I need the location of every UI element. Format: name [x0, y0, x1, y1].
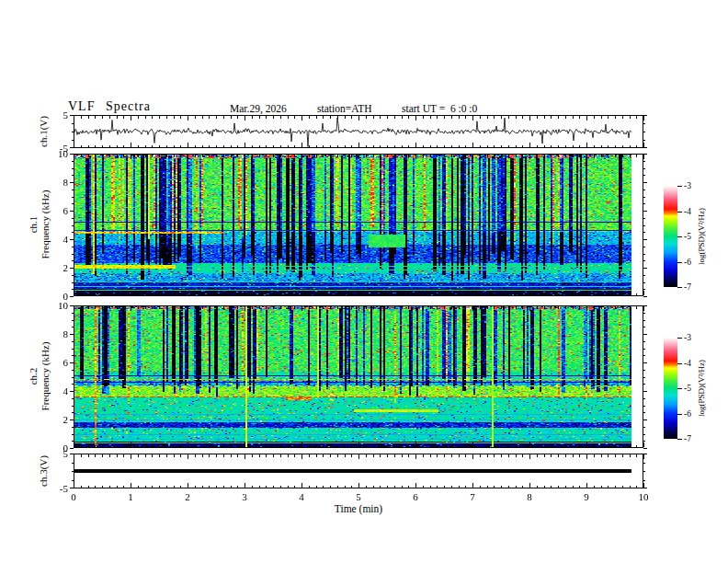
x-tick — [415, 306, 416, 311]
x-tick — [579, 116, 580, 119]
x-tick — [266, 454, 267, 457]
y-tick — [70, 488, 74, 488]
x-tick — [266, 116, 267, 119]
x-tick — [166, 116, 167, 119]
x-tick — [579, 155, 580, 157]
x-tick — [252, 486, 253, 488]
x-tick — [280, 445, 281, 448]
x-tick — [415, 143, 416, 147]
x-tick — [252, 306, 253, 309]
x-tick — [273, 145, 274, 148]
x-tick — [216, 445, 217, 448]
x-tick-label: 10 — [634, 491, 653, 502]
x-tick — [501, 145, 502, 148]
x-tick — [501, 116, 502, 119]
x-tick — [180, 454, 181, 457]
y-tick — [72, 197, 74, 198]
x-tick — [544, 155, 545, 157]
header-date: Mar.29, 2026 — [230, 103, 287, 114]
x-tick — [573, 306, 574, 309]
x-tick — [380, 454, 381, 457]
x-tick — [252, 454, 253, 457]
y-tick — [643, 384, 645, 385]
colorbar-tick — [677, 262, 682, 263]
x-tick — [152, 306, 153, 309]
x-tick — [252, 145, 253, 148]
x-tick — [309, 445, 310, 448]
x-tick — [516, 116, 517, 119]
x-tick — [508, 445, 509, 448]
x-tick — [573, 145, 574, 148]
x-tick — [309, 293, 310, 296]
y-tick — [643, 441, 645, 442]
x-tick — [345, 445, 346, 448]
x-tick — [159, 293, 160, 296]
x-tick — [223, 445, 224, 448]
x-tick — [180, 306, 181, 309]
x-tick — [152, 155, 153, 157]
x-tick — [95, 486, 96, 488]
x-tick — [622, 145, 623, 148]
x-tick — [522, 145, 523, 148]
x-tick — [487, 116, 488, 119]
x-tick — [430, 306, 431, 309]
x-tick — [643, 291, 644, 295]
y-tick — [72, 370, 74, 371]
y-tick — [72, 190, 74, 190]
x-tick — [330, 445, 331, 448]
x-tick — [273, 293, 274, 296]
colorbar-ch1-label: log(PSD)(V²/Hz) — [697, 208, 706, 265]
x-tick — [373, 293, 374, 296]
y-tick — [643, 140, 645, 141]
x-tick — [444, 145, 445, 148]
y-tick — [72, 175, 74, 176]
x-tick — [565, 454, 566, 457]
x-tick — [309, 155, 310, 157]
x-tick — [444, 116, 445, 119]
x-tick — [131, 306, 131, 311]
x-tick — [551, 155, 552, 157]
x-tick — [159, 486, 160, 488]
y-tick — [72, 341, 74, 342]
y-tick — [70, 334, 74, 335]
y-tick — [643, 115, 647, 116]
x-tick — [345, 454, 346, 457]
x-tick — [237, 486, 238, 488]
x-tick — [430, 486, 431, 488]
x-tick — [81, 145, 82, 148]
y-tick — [72, 480, 74, 481]
y-tick — [643, 305, 647, 306]
x-tick — [131, 291, 131, 295]
x-tick — [472, 291, 473, 295]
y-tick — [643, 370, 645, 371]
x-tick — [202, 155, 203, 157]
x-tick — [245, 291, 245, 295]
x-tick — [330, 116, 331, 119]
x-tick — [373, 145, 374, 148]
x-tick — [465, 306, 466, 309]
x-tick — [451, 445, 452, 448]
x-tick — [387, 454, 388, 457]
x-tick — [216, 306, 217, 309]
x-tick — [465, 445, 466, 448]
y-tick — [72, 355, 74, 356]
x-tick — [309, 306, 310, 309]
x-tick — [337, 306, 338, 309]
x-tick — [615, 486, 616, 488]
x-tick — [174, 116, 175, 119]
x-tick — [288, 116, 289, 119]
x-tick — [415, 291, 416, 295]
y-tick — [72, 471, 74, 472]
x-tick — [74, 143, 74, 147]
x-tick — [487, 486, 488, 488]
y-tick — [643, 355, 645, 356]
x-tick — [330, 293, 331, 296]
x-tick — [351, 145, 352, 148]
x-tick — [601, 454, 602, 457]
x-tick — [522, 486, 523, 488]
x-tick — [88, 155, 89, 157]
x-tick — [408, 454, 409, 457]
x-tick — [159, 454, 160, 457]
x-tick — [579, 486, 580, 488]
x-tick — [529, 454, 530, 459]
